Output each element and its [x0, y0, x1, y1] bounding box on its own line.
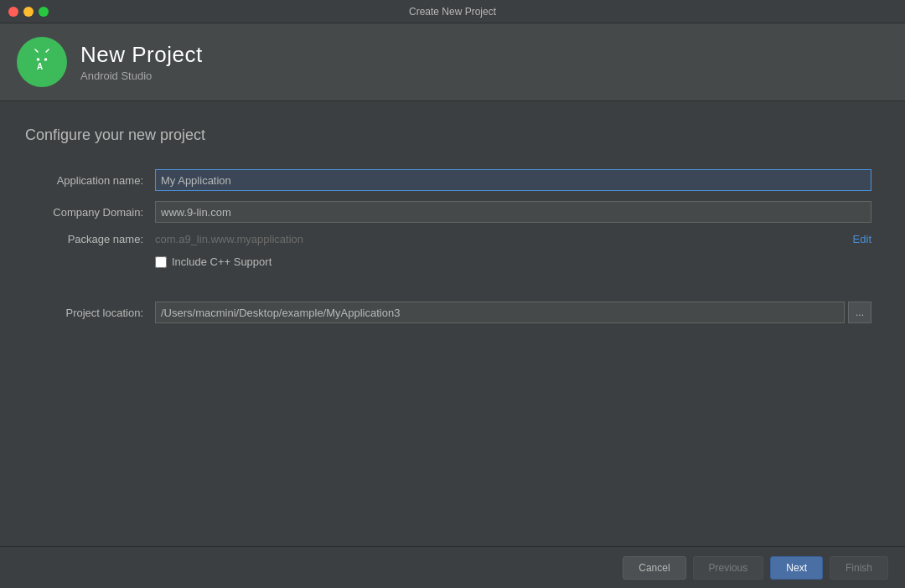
cpp-support-label: Include C++ Support [172, 255, 272, 268]
window-controls[interactable] [8, 7, 49, 17]
cancel-button[interactable]: Cancel [623, 556, 685, 580]
svg-text:A: A [37, 62, 43, 71]
package-name-label: Package name: [34, 233, 155, 245]
project-location-input-wrapper: ... [155, 302, 871, 323]
application-name-input[interactable] [155, 169, 871, 191]
section-title: Configure your new project [25, 126, 880, 144]
svg-point-1 [37, 58, 40, 61]
project-location-row: Project location: ... [34, 302, 871, 323]
android-studio-logo: A [17, 37, 67, 87]
header-subtitle: Android Studio [80, 70, 203, 82]
minimize-button[interactable] [23, 7, 34, 17]
svg-line-3 [35, 49, 38, 52]
company-domain-row: Company Domain: [34, 201, 871, 223]
next-button[interactable]: Next [770, 556, 823, 580]
company-domain-label: Company Domain: [34, 206, 155, 219]
header-text-block: New Project Android Studio [80, 42, 203, 82]
maximize-button[interactable] [39, 7, 49, 17]
edit-package-link[interactable]: Edit [853, 233, 871, 245]
project-location-label: Project location: [34, 307, 155, 319]
form-area: Application name: Company Domain: Packag… [25, 169, 880, 323]
cpp-support-row: Include C++ Support [155, 255, 871, 268]
package-name-value-row: com.a9_lin.www.myapplication Edit [155, 233, 871, 245]
company-domain-input[interactable] [155, 201, 871, 223]
header-title: New Project [80, 42, 203, 68]
project-location-input[interactable] [155, 302, 845, 323]
svg-point-2 [44, 58, 48, 61]
main-content: Configure your new project Application n… [0, 101, 905, 340]
cpp-support-checkbox[interactable] [155, 256, 167, 268]
previous-button[interactable]: Previous [693, 556, 764, 580]
svg-line-4 [46, 49, 49, 52]
close-button[interactable] [8, 7, 18, 17]
package-name-value: com.a9_lin.www.myapplication [155, 233, 303, 245]
window-title: Create New Project [409, 6, 496, 18]
application-name-label: Application name: [34, 174, 155, 187]
browse-button[interactable]: ... [848, 302, 871, 323]
android-logo-icon: A [25, 45, 59, 79]
package-name-row: Package name: com.a9_lin.www.myapplicati… [34, 233, 871, 245]
footer: Cancel Previous Next Finish [0, 546, 905, 588]
header-area: A New Project Android Studio [0, 23, 905, 101]
application-name-row: Application name: [34, 169, 871, 191]
title-bar: Create New Project [0, 0, 905, 23]
finish-button[interactable]: Finish [830, 556, 888, 580]
